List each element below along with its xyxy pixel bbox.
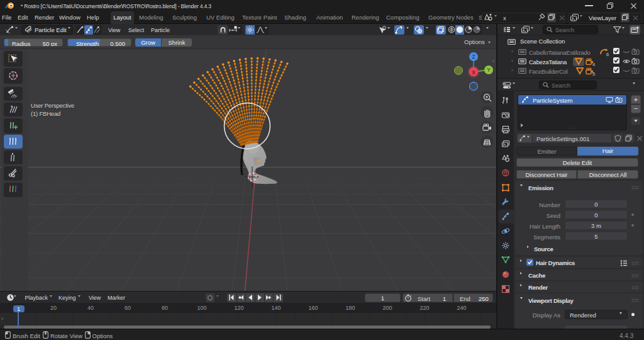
svg-text:Z: Z — [472, 54, 475, 60]
svg-text:Y: Y — [487, 67, 491, 73]
svg-text:X: X — [472, 69, 475, 76]
